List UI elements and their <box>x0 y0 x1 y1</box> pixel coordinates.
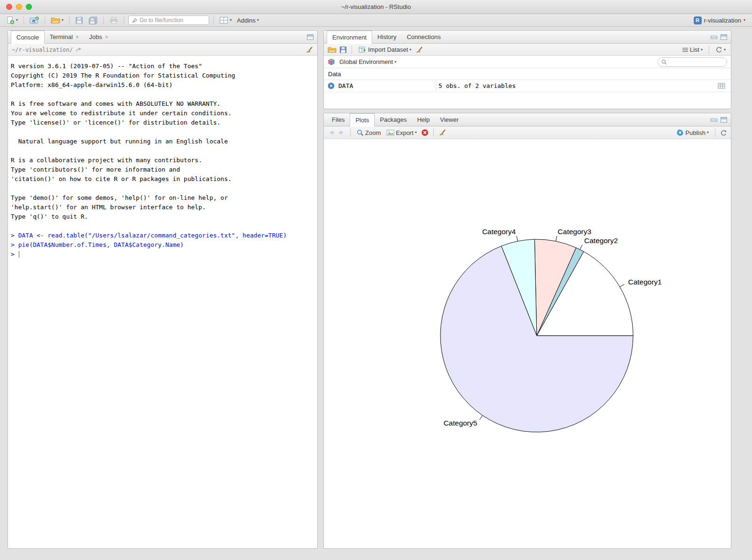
save-workspace-icon[interactable] <box>339 46 347 54</box>
window-title: ~/r-visualization - RStudio <box>0 3 752 10</box>
zoom-label: Zoom <box>365 129 381 136</box>
close-window-button[interactable] <box>6 4 12 10</box>
addins-button[interactable]: Addins ▾ <box>235 16 260 24</box>
console-tabbar: Console Terminal × Jobs × <box>8 31 317 44</box>
tab-plots[interactable]: Plots <box>350 113 375 126</box>
object-name: DATA <box>338 82 353 89</box>
plots-toolbar: Zoom Export ▾ Publish ▾ <box>324 126 731 139</box>
zoom-window-button[interactable] <box>26 4 32 10</box>
project-name: r-visualization <box>704 17 741 24</box>
plot-area: Category1Category2Category3Category4Cate… <box>324 139 731 548</box>
search-icon <box>661 59 666 65</box>
new-project-button[interactable]: R <box>28 16 40 25</box>
environment-section-label: Data <box>328 71 341 78</box>
environment-toolbar: Import Dataset ▾ List ▾ ▾ <box>324 44 731 56</box>
pie-label-3: Category3 <box>558 228 592 236</box>
tab-environment[interactable]: Environment <box>327 31 372 44</box>
console-line: R is a collaborative project with many c… <box>11 156 314 165</box>
import-dataset-button[interactable]: Import Dataset ▾ <box>357 46 413 54</box>
clear-environment-icon[interactable] <box>415 46 423 54</box>
tab-files[interactable]: Files <box>327 113 350 126</box>
goto-file-box[interactable] <box>128 16 209 25</box>
console-line: Type 'contributors()' for more informati… <box>11 165 314 174</box>
minimize-pane-icon[interactable] <box>710 117 718 123</box>
pie-label-5: Category5 <box>444 419 478 427</box>
view-table-icon[interactable] <box>718 83 725 89</box>
tab-jobs[interactable]: Jobs × <box>84 31 113 43</box>
print-button[interactable] <box>108 16 119 25</box>
save-button[interactable] <box>74 16 85 25</box>
close-tab-icon[interactable]: × <box>105 34 108 40</box>
tab-console[interactable]: Console <box>11 31 45 44</box>
environment-pane: Environment History Connections Import D… <box>323 30 731 109</box>
open-folder-icon <box>51 16 60 24</box>
export-plot-button[interactable]: Export ▾ <box>385 129 418 137</box>
pie-label-line-4 <box>517 236 517 241</box>
previous-plot-icon[interactable] <box>328 129 335 136</box>
tab-help[interactable]: Help <box>412 113 435 126</box>
pane-layout-button[interactable]: ▾ <box>218 16 233 24</box>
tab-terminal[interactable]: Terminal × <box>45 31 84 43</box>
console-line: > pie(DATA$Number.of.Times, DATA$Categor… <box>11 240 314 250</box>
save-all-button[interactable] <box>87 16 99 25</box>
toolbar-separator <box>103 16 104 24</box>
tab-jobs-label: Jobs <box>89 33 102 40</box>
tab-history[interactable]: History <box>372 31 401 43</box>
main-toolbar: ▾ R ▾ ▾ Addins ▾ R r-visualization ▾ <box>0 14 752 27</box>
goto-working-directory-icon[interactable] <box>76 47 82 53</box>
tab-connections[interactable]: Connections <box>401 31 446 43</box>
environment-object-row[interactable]: DATA 5 obs. of 2 variables <box>324 80 731 92</box>
refresh-environment-button[interactable]: ▾ <box>714 46 727 54</box>
minimize-window-button[interactable] <box>16 4 22 10</box>
object-summary: 5 obs. of 2 variables <box>439 82 516 89</box>
console-subbar: ~/r-visualization/ <box>8 44 317 56</box>
environment-search-input[interactable] <box>668 59 723 65</box>
new-file-button[interactable]: ▾ <box>5 16 19 25</box>
environment-scope-label: Global Environment <box>339 58 393 65</box>
console-line: 'help.start()' for an HTML browser inter… <box>11 203 314 212</box>
maximize-pane-icon[interactable] <box>720 117 728 123</box>
pie-chart: Category1Category2Category3Category4Cate… <box>324 139 731 548</box>
publish-icon <box>676 129 684 136</box>
open-file-button[interactable]: ▾ <box>49 16 65 24</box>
toolbar-separator <box>352 46 352 54</box>
toolbar-separator <box>350 128 351 137</box>
console-line <box>11 184 314 193</box>
plots-pane: Files Plots Packages Help Viewer Zoom Ex… <box>323 113 731 549</box>
next-plot-icon[interactable] <box>338 129 345 136</box>
maximize-pane-icon[interactable] <box>720 34 728 40</box>
pie-label-2: Category2 <box>584 237 618 245</box>
list-view-button[interactable]: List ▾ <box>681 46 704 54</box>
goto-file-input[interactable] <box>140 17 206 24</box>
console-line: Natural language support but running in … <box>11 137 314 146</box>
new-file-icon <box>6 16 15 24</box>
project-selector[interactable]: R r-visualization ▾ <box>692 16 748 25</box>
console-line: Platform: x86_64-apple-darwin15.6.0 (64-… <box>11 80 314 90</box>
clear-all-plots-icon[interactable] <box>439 129 446 136</box>
minimize-pane-icon[interactable] <box>710 34 718 40</box>
load-workspace-icon[interactable] <box>328 46 337 53</box>
tab-viewer-label: Viewer <box>440 116 459 123</box>
remove-plot-icon[interactable] <box>421 129 429 136</box>
import-dataset-label: Import Dataset <box>368 46 408 53</box>
console-line <box>11 127 314 137</box>
tab-environment-label: Environment <box>332 34 367 41</box>
tab-packages[interactable]: Packages <box>375 113 412 126</box>
tab-viewer[interactable]: Viewer <box>435 113 464 126</box>
zoom-plot-button[interactable]: Zoom <box>355 129 382 137</box>
import-dataset-icon <box>358 46 367 53</box>
console-line: > <box>11 250 314 259</box>
list-view-label: List <box>690 46 699 53</box>
expand-object-icon[interactable] <box>328 82 335 89</box>
publish-plot-button[interactable]: Publish ▾ <box>675 128 710 137</box>
environment-search-box[interactable] <box>658 57 727 67</box>
working-directory: ~/r-visualization/ <box>12 47 73 53</box>
export-icon <box>386 129 394 136</box>
titlebar: ~/r-visualization - RStudio <box>0 0 752 14</box>
close-tab-icon[interactable]: × <box>76 34 79 40</box>
maximize-pane-icon[interactable] <box>306 34 314 40</box>
console-output[interactable]: R version 3.6.1 (2019-07-05) -- "Action … <box>8 56 317 548</box>
clear-console-icon[interactable] <box>306 46 313 54</box>
environment-scope-selector[interactable]: Global Environment ▾ <box>338 58 398 66</box>
refresh-plot-icon[interactable] <box>720 129 727 136</box>
